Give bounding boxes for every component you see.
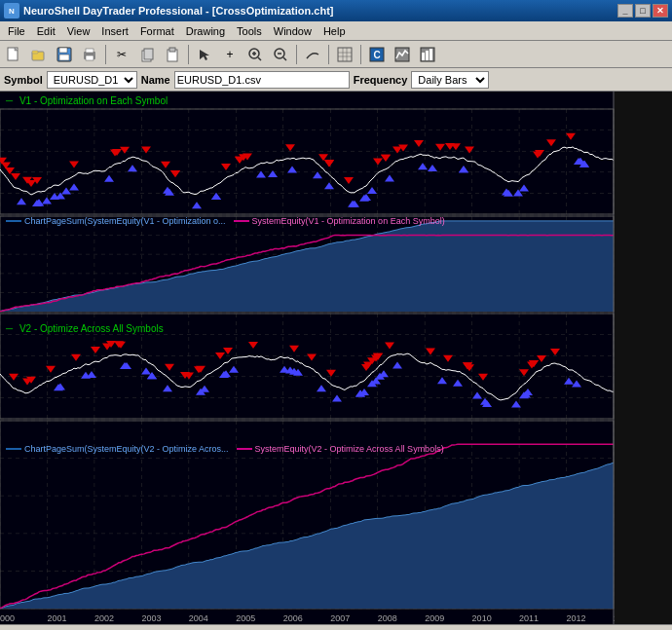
symbol-select[interactable]: EURUSD_D1 (47, 71, 137, 89)
chart-area: ─ V1 - Optimization on Each Symbol Chart… (0, 92, 672, 624)
symbol-bar: Symbol EURUSD_D1 Name Frequency Daily Ba… (0, 68, 672, 92)
svg-rect-6 (59, 55, 69, 60)
menu-insert[interactable]: Insert (95, 23, 134, 39)
legend-pink-2: SystemEquity(V2 - Optimize Across All Sy… (237, 444, 444, 454)
window-title: NeuroShell DayTrader Professional - [Cro… (23, 5, 333, 17)
svg-rect-33 (429, 49, 432, 60)
svg-line-20 (283, 57, 286, 60)
menu-file[interactable]: File (2, 23, 31, 39)
chart1-label: ─ V1 - Optimization on Each Symbol (6, 95, 171, 106)
menu-edit[interactable]: Edit (31, 23, 61, 39)
chart2-legend: ChartPageSum(SystemEquity(V1 - Optimizat… (6, 216, 445, 226)
copy-button[interactable] (135, 44, 159, 65)
close-button[interactable]: ✕ (653, 4, 668, 18)
frequency-label: Frequency (354, 74, 408, 86)
window-controls[interactable]: _ □ ✕ (617, 4, 668, 18)
svg-line-16 (258, 57, 261, 60)
draw-line-button[interactable] (301, 44, 324, 65)
symbol-label: Symbol (4, 74, 43, 86)
menu-bar: File Edit View Insert Format Drawing Too… (0, 21, 672, 41)
separator-3 (296, 45, 297, 64)
title-bar: N NeuroShell DayTrader Professional - [C… (0, 0, 672, 21)
save-button[interactable] (53, 44, 76, 65)
frequency-select[interactable]: Daily Bars (411, 71, 489, 89)
paste-button[interactable] (161, 44, 184, 65)
maximize-button[interactable]: □ (635, 4, 651, 18)
cut-button[interactable]: ✂ (110, 44, 133, 65)
svg-text:C: C (373, 50, 380, 60)
separator-2 (188, 45, 189, 64)
chart-btn-3[interactable] (416, 44, 439, 65)
legend-pink-1: SystemEquity(V1 - Optimization on Each S… (234, 216, 445, 226)
separator-5 (360, 45, 361, 64)
print-button[interactable] (78, 44, 101, 65)
zoom-out-button[interactable] (269, 44, 292, 65)
svg-rect-9 (86, 56, 93, 60)
chart3-label: ─ V2 - Optimize Across All Symbols (6, 323, 168, 334)
chart4-legend: ChartPageSum(SystemEquity(V2 - Optimize … (6, 444, 444, 454)
minimize-button[interactable]: _ (617, 4, 633, 18)
svg-rect-11 (144, 49, 153, 59)
name-label: Name (141, 74, 170, 86)
zoom-in-button[interactable] (243, 44, 267, 65)
svg-rect-13 (169, 48, 175, 52)
menu-window[interactable]: Window (268, 23, 317, 39)
svg-rect-3 (32, 51, 38, 54)
menu-format[interactable]: Format (134, 23, 180, 39)
menu-tools[interactable]: Tools (231, 23, 268, 39)
grid-button[interactable] (333, 44, 356, 65)
menu-view[interactable]: View (61, 23, 96, 39)
menu-drawing[interactable]: Drawing (180, 23, 231, 39)
svg-marker-14 (200, 50, 209, 60)
name-input[interactable] (174, 71, 350, 89)
app-icon: N (4, 3, 19, 19)
svg-rect-31 (422, 53, 425, 60)
svg-rect-5 (59, 48, 67, 53)
legend-blue: ChartPageSum(SystemEquity(V1 - Optimizat… (6, 216, 226, 226)
menu-help[interactable]: Help (317, 23, 352, 39)
svg-rect-32 (426, 51, 429, 60)
separator-1 (105, 45, 106, 64)
arrow-tool[interactable] (193, 44, 216, 65)
legend-blue-2: ChartPageSum(SystemEquity(V2 - Optimize … (6, 444, 229, 454)
open-button[interactable] (27, 44, 51, 65)
toolbar: ✂ + C (0, 41, 672, 68)
separator-4 (328, 45, 329, 64)
new-button[interactable] (2, 44, 25, 65)
chart-btn-2[interactable] (391, 44, 414, 65)
status-bar: 04.12.2007 1.624321 (0, 624, 672, 630)
svg-rect-22 (338, 48, 352, 61)
svg-rect-8 (86, 49, 93, 53)
crosshair-tool[interactable]: + (218, 44, 242, 65)
chart-btn-1[interactable]: C (365, 44, 389, 65)
